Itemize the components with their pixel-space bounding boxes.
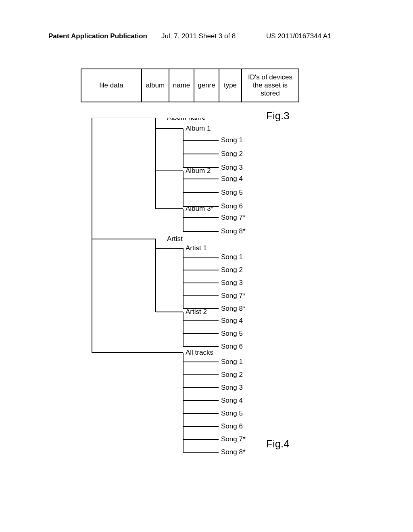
tree-label: Artist 2	[186, 308, 207, 316]
tree-label: Song 6	[221, 422, 243, 430]
header-right: US 2011/0167344 A1	[266, 32, 332, 40]
tree-label: Song 3	[221, 164, 243, 171]
tree-label: Song 7*	[221, 435, 246, 443]
col-genre: genre	[194, 69, 219, 102]
tree-label: Song 8*	[221, 448, 246, 456]
tree-label: Song 7*	[221, 292, 246, 299]
tree-label: Album 1	[186, 125, 211, 132]
tree-label: Artist 1	[186, 244, 207, 252]
tree-label: Song 2	[221, 266, 243, 274]
tree-label: Song 1	[221, 253, 243, 261]
tree-label: Artist	[167, 235, 183, 243]
page: Patent Application Publication Jul. 7, 2…	[0, 0, 413, 532]
header-rule	[40, 43, 373, 43]
tree-label: Album 3*	[186, 205, 213, 212]
tree-label: Song 8*	[221, 305, 246, 312]
header-left: Patent Application Publication	[48, 32, 147, 40]
col-album: album	[142, 69, 169, 102]
subtree-album1: Album 1 Song 1 Song 2 Song 3	[156, 125, 243, 171]
tree-label: Album name	[167, 118, 205, 121]
tree-label: Song 5	[221, 409, 243, 417]
tree-label: Song 6	[221, 202, 243, 210]
tree-diagram: Album name Album 1 Song 1 Song 2 Song 3 …	[91, 118, 301, 480]
tree-label: Song 3	[221, 384, 243, 391]
tree-label: Song 5	[221, 189, 243, 196]
tree-label: Song 2	[221, 150, 243, 158]
subtree-album2: Album 2 Song 4 Song 5 Song 6	[156, 167, 243, 210]
tree-label: Song 4	[221, 397, 243, 404]
tree-label: Song 1	[221, 136, 243, 144]
header-middle: Jul. 7, 2011 Sheet 3 of 8	[161, 32, 236, 40]
tree-label: Song 7*	[221, 214, 246, 221]
metadata-table: file data album name genre type ID's of …	[81, 69, 299, 102]
subtree-artist1: Artist 1 Song 1 Song 2 Song 3 Song 7* So…	[156, 244, 246, 312]
subtree-artist2: Artist 2 Song 4 Song 5 Song 6	[156, 308, 243, 350]
tree-label: Song 8*	[221, 227, 246, 235]
tree-label: Song 1	[221, 358, 243, 366]
col-device-ids: ID's of devices the asset is stored	[242, 69, 298, 102]
tree-label: Song 4	[221, 317, 243, 324]
tree-label: Song 5	[221, 330, 243, 337]
col-type: type	[219, 69, 242, 102]
tree-label: Song 3	[221, 279, 243, 287]
col-name: name	[169, 69, 194, 102]
tree-label: Song 6	[221, 343, 243, 350]
tree-label: Song 2	[221, 371, 243, 378]
col-file-data: file data	[81, 69, 142, 102]
tree-label: Album 2	[186, 167, 211, 175]
tree-label: Song 4	[221, 175, 243, 183]
tree-label: All tracks	[186, 349, 213, 356]
